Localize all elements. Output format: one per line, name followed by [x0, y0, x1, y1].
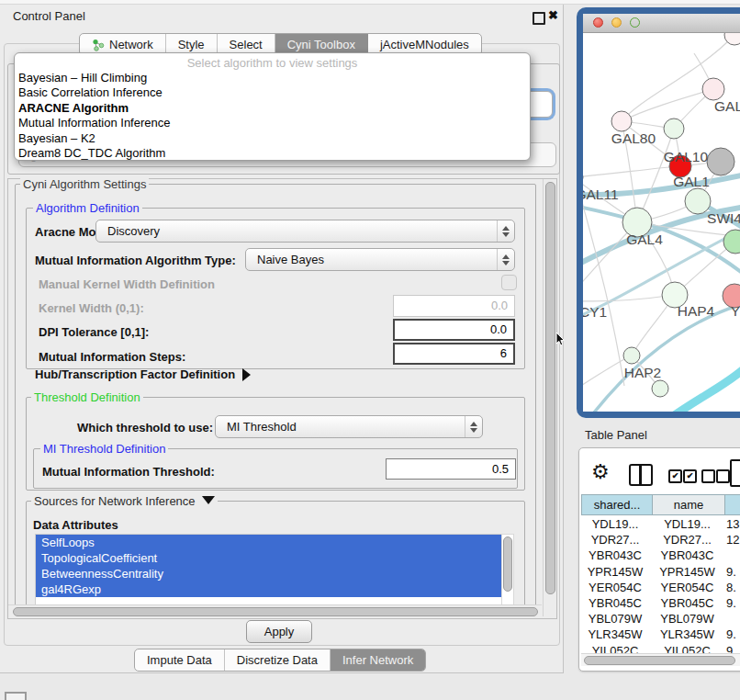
table-row[interactable]: YDL19...YDL19...13: [579, 516, 740, 532]
data-attributes-list: SelfLoopsTopologicalCoefficientBetweenne…: [35, 534, 503, 605]
algorithm-option[interactable]: Basic Correlation Inference: [15, 85, 530, 100]
data-attribute-item[interactable]: gal4RGexp: [36, 581, 502, 597]
table-row[interactable]: YLR345WYLR345W9.: [579, 627, 740, 642]
table-row[interactable]: YBR045CYBR045C9.: [579, 595, 740, 611]
expand-right-icon: [242, 368, 251, 381]
select-all-columns-icon[interactable]: ✔: [668, 469, 682, 483]
apply-button[interactable]: Apply: [246, 620, 312, 643]
mouse-cursor: [555, 333, 566, 347]
table-row[interactable]: YBL079WYBL079W: [579, 611, 740, 627]
cyni-settings-group-title: Cyni Algorithm Settings: [20, 177, 149, 191]
mi-steps-label: Mutual Information Steps:: [39, 350, 185, 364]
attributes-scrollbar[interactable]: [501, 534, 514, 605]
combo-arrows-icon: [497, 220, 514, 242]
tab-discretize-data[interactable]: Discretize Data: [225, 649, 331, 671]
node-label: Y: [731, 303, 740, 319]
threshold-definition-title: Threshold Definition: [31, 390, 143, 404]
clear-columns-icon[interactable]: [701, 469, 715, 483]
network-node[interactable]: [623, 347, 640, 364]
table-mode-icon[interactable]: ⚙: [591, 460, 610, 484]
tab-label: jActiveMNodules: [380, 38, 469, 51]
export-table-icon[interactable]: [730, 459, 740, 487]
which-threshold-label: Which threshold to use:: [77, 421, 213, 435]
which-threshold-value: MI Threshold: [216, 420, 465, 434]
mi-threshold-label: Mutual Information Threshold:: [42, 465, 215, 479]
network-view[interactable]: GALGAL80GAL10GAL1GAL11SWI4GAL4GCY1HAP4YH…: [583, 33, 740, 412]
data-attribute-item[interactable]: TopologicalCoefficient: [36, 550, 502, 566]
show-columns-icon[interactable]: [629, 464, 653, 486]
dpi-tolerance-field[interactable]: 0.0: [393, 319, 515, 341]
screen: Control Panel ✖ Network Style Select Cyn…: [0, 0, 740, 700]
kernel-width-field[interactable]: 0.0: [393, 295, 515, 317]
algorithm-option[interactable]: Dream8 DC_TDC Algorithm: [15, 146, 530, 161]
node-label: HAP4: [678, 303, 715, 319]
manual-kernel-checkbox[interactable]: [501, 275, 517, 290]
float-panel-icon[interactable]: [533, 12, 545, 25]
sources-group-toggle[interactable]: Sources for Network Inference: [31, 494, 218, 508]
combo-arrows-icon: [465, 416, 482, 437]
close-window-icon[interactable]: [593, 17, 603, 28]
algorithm-option[interactable]: ARACNE Algorithm: [15, 101, 530, 116]
algorithm-dropdown-list: Bayesian – Hill ClimbingBasic Correlatio…: [15, 71, 530, 161]
sources-group-title: Sources for Network Inference: [34, 494, 196, 508]
data-attribute-item[interactable]: BetweennessCentrality: [36, 566, 502, 581]
node-label: GAL10: [664, 149, 709, 164]
node-label: SWI4: [707, 210, 740, 226]
settings-vertical-scrollbar[interactable]: [543, 179, 556, 616]
tab-label: Impute Data: [147, 653, 212, 667]
data-attribute-item[interactable]: SelfLoops: [36, 535, 502, 550]
table-row[interactable]: YER054CYER054C8.: [579, 580, 740, 595]
algorithm-definition-title: Algorithm Definition: [33, 201, 142, 215]
algorithm-option[interactable]: Bayesian – Hill Climbing: [15, 71, 530, 85]
column-header-partial[interactable]: [724, 494, 740, 515]
data-attributes-label: Data Attributes: [33, 518, 118, 532]
network-node[interactable]: [652, 380, 668, 397]
mi-steps-field[interactable]: 6: [393, 343, 515, 365]
network-node[interactable]: [707, 148, 734, 175]
network-node[interactable]: [702, 78, 724, 100]
tab-label: Network: [109, 38, 153, 51]
tab-label: Select: [230, 38, 263, 51]
clear-columns-icon-2[interactable]: [716, 469, 730, 483]
table-horizontal-scrollbar[interactable]: [581, 653, 740, 666]
column-header-name[interactable]: name: [652, 494, 725, 515]
algorithm-option[interactable]: Mutual Information Inference: [15, 116, 530, 130]
aracne-mode-value: Discovery: [96, 224, 497, 238]
select-all-columns-icon-2[interactable]: ✔: [683, 469, 697, 483]
hub-section-toggle[interactable]: Hub/Transcription Factor Definition: [35, 367, 251, 381]
node-label: GAL80: [611, 130, 656, 146]
aracne-mode-combo[interactable]: Discovery: [95, 220, 515, 243]
which-threshold-combo[interactable]: MI Threshold: [215, 415, 483, 438]
control-panel-title: Control Panel: [13, 9, 85, 23]
tab-infer-network[interactable]: Infer Network: [331, 649, 425, 671]
mi-threshold-group-title: MI Threshold Definition: [40, 442, 168, 456]
tab-label: Discretize Data: [237, 653, 318, 667]
mi-type-combo[interactable]: Naive Bayes: [245, 248, 515, 271]
mi-threshold-field[interactable]: 0.5: [386, 458, 516, 480]
zoom-window-icon[interactable]: [630, 17, 640, 28]
table-row[interactable]: YPR145WYPR145W9.: [579, 564, 740, 580]
tab-impute-data[interactable]: Impute Data: [135, 649, 225, 671]
network-icon: [92, 39, 105, 51]
close-panel-icon[interactable]: ✖: [548, 8, 558, 22]
table-row[interactable]: YDR27...YDR27...12: [579, 532, 740, 548]
network-window-titlebar[interactable]: [583, 14, 740, 33]
tab-label: Infer Network: [342, 653, 413, 667]
node-label: GCY1: [583, 304, 607, 320]
manual-kernel-label: Manual Kernel Width Definition: [39, 277, 215, 291]
minimized-panel-icon[interactable]: [5, 692, 27, 700]
tab-label: Style: [178, 38, 205, 51]
table-row[interactable]: YBR043CYBR043C: [579, 548, 740, 563]
network-node[interactable]: [664, 119, 684, 139]
kernel-width-label: Kernel Width (0,1):: [39, 301, 144, 315]
hub-section-label: Hub/Transcription Factor Definition: [35, 367, 235, 381]
mi-type-value: Naive Bayes: [246, 253, 497, 266]
column-header-shared-name[interactable]: shared...: [581, 494, 653, 515]
network-labels: GALGAL80GAL10GAL1GAL11SWI4GAL4GCY1HAP4YH…: [583, 98, 740, 380]
network-node[interactable]: [611, 111, 632, 131]
settings-horizontal-scrollbar[interactable]: [8, 604, 542, 617]
network-canvas: GALGAL80GAL10GAL1GAL11SWI4GAL4GCY1HAP4YH…: [583, 33, 740, 412]
dropdown-prompt: Select algorithm to view settings: [15, 55, 530, 71]
minimize-window-icon[interactable]: [611, 17, 622, 28]
algorithm-option[interactable]: Bayesian – K2: [15, 131, 530, 146]
